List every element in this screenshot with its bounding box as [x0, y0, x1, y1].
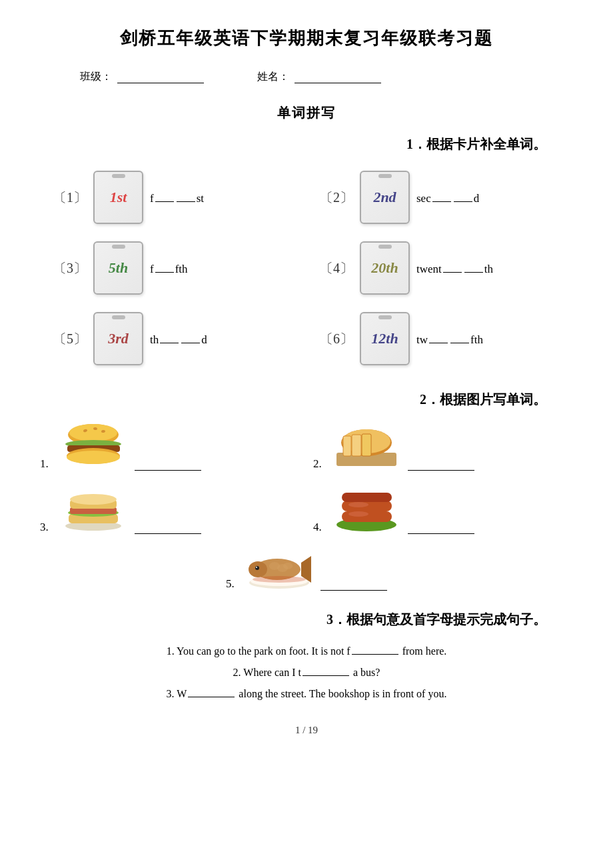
- word-prefix-5: thd: [150, 331, 207, 347]
- sentence-1: 1. You can go to the park on foot. It is…: [40, 641, 573, 662]
- bracket-4: 〔4〕: [320, 259, 353, 277]
- spelling-section-title: 单词拼写: [40, 104, 573, 122]
- spelling-item-1: 〔1〕 1st fst: [53, 165, 306, 229]
- sausage-image: [333, 484, 400, 534]
- bracket-1: 〔1〕: [53, 189, 87, 207]
- food-num-2: 2.: [313, 457, 325, 471]
- food-answer-2: [408, 459, 474, 471]
- burger-image: [60, 421, 127, 471]
- food-item-4: 4.: [313, 484, 573, 534]
- svg-point-1: [69, 424, 117, 441]
- svg-rect-14: [362, 434, 371, 456]
- sub2-title: 2．根据图片写单词。: [40, 391, 573, 409]
- name-label: 姓名：: [257, 70, 289, 84]
- svg-point-35: [255, 566, 259, 570]
- svg-point-34: [283, 563, 293, 569]
- card-1st: 1st: [93, 171, 143, 224]
- bracket-6: 〔6〕: [320, 330, 353, 348]
- bracket-3: 〔3〕: [53, 259, 87, 277]
- svg-rect-24: [342, 493, 392, 502]
- class-input-line: [117, 71, 204, 83]
- svg-point-36: [256, 567, 257, 568]
- word-prefix-3: ffth: [150, 261, 188, 276]
- sentence-2: 2. Where can I t a bus?: [40, 662, 573, 683]
- fish-image: [246, 541, 312, 591]
- svg-point-26: [348, 511, 368, 517]
- spelling-item-3: 〔3〕 5th ffth: [53, 236, 306, 300]
- spelling-item-5: 〔5〕 3rd thd: [53, 307, 306, 371]
- word-prefix-1: fst: [150, 190, 204, 205]
- class-field: 班级：: [80, 70, 204, 84]
- page-footer: 1 / 19: [40, 725, 573, 736]
- food-answer-4: [408, 522, 474, 534]
- word-prefix-6: twfth: [416, 331, 483, 347]
- food-num-3: 3.: [40, 521, 52, 534]
- svg-rect-12: [343, 436, 351, 456]
- food-num-1: 1.: [40, 457, 52, 471]
- word-prefix-2: secd: [416, 190, 479, 205]
- spelling-grid: 〔1〕 1st fst 〔2〕 2nd secd 〔3〕 5th ffth 〔4…: [40, 165, 573, 371]
- bracket-5: 〔5〕: [53, 330, 87, 348]
- spelling-item-4: 〔4〕 20th twentth: [320, 236, 573, 300]
- svg-point-8: [67, 451, 120, 464]
- card-5th: 5th: [93, 241, 143, 295]
- food-item-5: 5.: [226, 541, 387, 591]
- card-20th: 20th: [360, 241, 410, 295]
- form-row: 班级： 姓名：: [40, 70, 573, 84]
- bracket-2: 〔2〕: [320, 189, 353, 207]
- svg-point-25: [348, 502, 368, 507]
- word-prefix-4: twentth: [416, 261, 493, 276]
- sub1-title: 1．根据卡片补全单词。: [40, 135, 573, 153]
- sub3-title: 3．根据句意及首字母提示完成句子。: [40, 611, 573, 629]
- food-answer-5: [320, 579, 387, 591]
- spelling-item-6: 〔6〕 12th twfth: [320, 307, 573, 371]
- page-title: 剑桥五年级英语下学期期末复习年级联考习题: [40, 27, 573, 50]
- svg-point-20: [70, 494, 117, 505]
- sentences-section: 1. You can go to the park on foot. It is…: [40, 641, 573, 705]
- food-num-5: 5.: [226, 577, 238, 591]
- svg-rect-13: [352, 435, 361, 456]
- card-3rd: 3rd: [93, 312, 143, 365]
- food-num-4: 4.: [313, 521, 325, 534]
- picture-section: 1.: [40, 421, 573, 591]
- picture-grid: 1.: [40, 421, 573, 534]
- picture-row-bottom: 5.: [40, 541, 573, 591]
- svg-point-37: [253, 576, 306, 583]
- card-2nd: 2nd: [360, 171, 410, 224]
- food-item-1: 1.: [40, 421, 300, 471]
- name-input-line: [295, 71, 381, 83]
- card-12th: 12th: [360, 312, 410, 365]
- class-label: 班级：: [80, 70, 112, 84]
- food-answer-1: [135, 459, 201, 471]
- spelling-item-2: 〔2〕 2nd secd: [320, 165, 573, 229]
- food-item-2: 2.: [313, 421, 573, 471]
- sentence-3: 3. W along the street. The bookshop is i…: [40, 683, 573, 705]
- food-answer-3: [135, 522, 201, 534]
- food-item-3: 3.: [40, 484, 300, 534]
- sandwich-image: [60, 484, 127, 534]
- bread-image: [333, 421, 400, 471]
- name-field: 姓名：: [257, 70, 381, 84]
